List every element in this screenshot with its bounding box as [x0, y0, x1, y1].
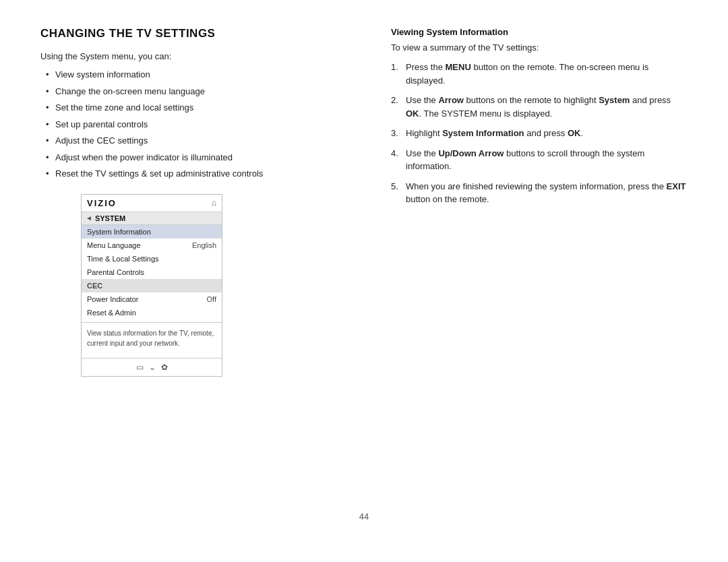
menu-item-label: System Information — [87, 228, 151, 236]
step-num: 5. — [391, 180, 402, 206]
right-intro: To view a summary of the TV settings: — [391, 42, 688, 53]
page-footer: 44 — [40, 491, 688, 522]
menu-item-label: Menu Language — [87, 241, 141, 249]
step-5: 5. When you are finished reviewing the s… — [391, 180, 688, 206]
step-num: 3. — [391, 127, 402, 140]
list-item: Set the time zone and local settings — [46, 101, 364, 115]
step-num: 2. — [391, 94, 402, 120]
menu-item-time-local: Time & Local Settings — [82, 252, 222, 266]
step-num: 4. — [391, 147, 402, 173]
step-content: Use the Arrow buttons on the remote to h… — [406, 94, 688, 120]
menu-item-cec: CEC — [82, 279, 222, 292]
page-container: CHANGING THE TV SETTINGS Using the Syste… — [0, 0, 728, 562]
menu-title: SYSTEM — [95, 214, 125, 222]
left-column: CHANGING THE TV SETTINGS Using the Syste… — [40, 27, 364, 377]
tv-menu-items: System Information Menu Language English… — [82, 225, 222, 319]
tv-mockup: VIZIO ⌂ ◄ SYSTEM System Information Menu… — [81, 194, 222, 377]
step-content: Highlight System Information and press O… — [406, 127, 688, 140]
two-column-layout: CHANGING THE TV SETTINGS Using the Syste… — [40, 27, 688, 377]
step-content: Use the Up/Down Arrow buttons to scroll … — [406, 147, 688, 173]
tv-info-text: View status information for the TV, remo… — [87, 328, 216, 348]
section-title: CHANGING THE TV SETTINGS — [40, 27, 364, 40]
menu-item-label: Power Indicator — [87, 295, 138, 303]
page-number: 44 — [359, 511, 369, 522]
tv-menu-bar: ◄ SYSTEM — [82, 212, 222, 225]
steps-list: 1. Press the MENU button on the remote. … — [391, 61, 688, 206]
step-content: When you are finished reviewing the syst… — [406, 180, 688, 206]
menu-item-value: Off — [207, 295, 216, 303]
home-icon: ⌂ — [212, 198, 216, 208]
list-item: Set up parental controls — [46, 118, 364, 131]
menu-item-power-indicator: Power Indicator Off — [82, 292, 222, 306]
list-item: Change the on-screen menu language — [46, 85, 364, 98]
menu-item-menu-language: Menu Language English — [82, 239, 222, 252]
subsection-title: Viewing System Information — [391, 27, 688, 37]
step-content: Press the MENU button on the remote. The… — [406, 61, 688, 87]
bullet-list: View system information Change the on-sc… — [40, 68, 364, 181]
step-2: 2. Use the Arrow buttons on the remote t… — [391, 94, 688, 120]
menu-item-value: English — [192, 241, 216, 249]
menu-item-label: CEC — [87, 282, 102, 290]
list-item: Reset the TV settings & set up administr… — [46, 167, 364, 181]
tv-header: VIZIO ⌂ — [82, 195, 222, 212]
menu-item-label: Parental Controls — [87, 268, 144, 276]
step-num: 1. — [391, 61, 402, 87]
step-4: 4. Use the Up/Down Arrow buttons to scro… — [391, 147, 688, 173]
back-arrow-icon: ◄ — [86, 214, 92, 222]
menu-item-reset-admin: Reset & Admin — [82, 306, 222, 319]
tv-footer-icon-1: ▭ — [136, 363, 144, 372]
menu-item-system-info: System Information — [82, 225, 222, 239]
step-1: 1. Press the MENU button on the remote. … — [391, 61, 688, 87]
list-item: Adjust the CEC settings — [46, 134, 364, 148]
tv-footer-icon-2: ⌄ — [149, 363, 156, 372]
tv-info-box: View status information for the TV, remo… — [82, 322, 222, 355]
intro-text: Using the System menu, you can: — [40, 51, 364, 61]
menu-item-label: Time & Local Settings — [87, 255, 159, 263]
step-3: 3. Highlight System Information and pres… — [391, 127, 688, 140]
list-item: View system information — [46, 68, 364, 82]
tv-footer-icon-3: ✿ — [161, 363, 168, 372]
right-column: Viewing System Information To view a sum… — [391, 27, 688, 213]
menu-item-parental: Parental Controls — [82, 266, 222, 279]
tv-footer: ▭ ⌄ ✿ — [82, 358, 222, 376]
list-item: Adjust when the power indicator is illum… — [46, 151, 364, 164]
menu-item-label: Reset & Admin — [87, 309, 136, 317]
vizio-logo: VIZIO — [87, 198, 117, 208]
